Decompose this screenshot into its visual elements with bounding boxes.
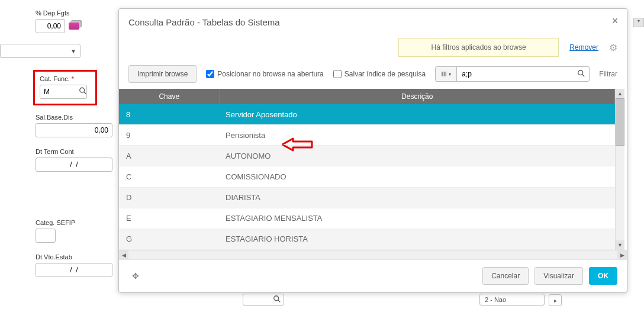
ok-button[interactable]: OK — [589, 267, 617, 285]
svg-point-2 — [578, 70, 583, 75]
col-key[interactable]: Chave — [119, 89, 220, 104]
svg-point-0 — [80, 88, 85, 92]
save-index-checkbox[interactable]: Salvar índice de pesquisa — [333, 70, 426, 78]
vertical-scrollbar[interactable]: ▲ ▼ — [615, 89, 624, 250]
dt-term-label: Dt Term Cont — [36, 148, 118, 155]
chevron-down-icon: ▼ — [70, 48, 76, 54]
view-button[interactable]: Visualizar — [534, 267, 583, 285]
search-icon[interactable] — [574, 69, 589, 79]
blank-dropdown[interactable]: ▼ — [0, 44, 80, 58]
below-lookup[interactable] — [243, 294, 284, 306]
sal-base-label: Sal.Base.Dis — [36, 114, 118, 121]
cancel-button[interactable]: Cancelar — [482, 267, 529, 285]
chevron-right-icon[interactable]: ▸ — [549, 294, 562, 306]
filter-banner: Há filtros aplicados ao browse — [398, 38, 559, 57]
search-mode-dropdown[interactable]: III — [436, 67, 457, 81]
scroll-up-icon[interactable]: ▲ — [616, 89, 624, 98]
search-input[interactable] — [457, 70, 574, 78]
svg-point-5 — [274, 296, 279, 301]
print-browse-button[interactable]: Imprimir browse — [128, 65, 197, 83]
horizontal-scrollbar[interactable] — [128, 250, 617, 259]
chevron-down-icon[interactable]: ▾ — [633, 18, 644, 27]
table-row[interactable]: 9Pensionista — [119, 125, 615, 146]
search-icon — [273, 295, 281, 304]
scroll-down-icon[interactable]: ▼ — [616, 240, 624, 250]
sefip-input[interactable] — [36, 229, 56, 243]
svg-marker-4 — [282, 139, 312, 150]
svg-line-3 — [582, 74, 585, 76]
table-row[interactable]: AAUTONOMO — [119, 146, 615, 166]
stack-icon — [69, 22, 79, 30]
svg-line-1 — [84, 92, 86, 94]
dep-fgts-input[interactable] — [36, 19, 65, 33]
dt-term-input[interactable] — [36, 158, 112, 172]
dt-vto-label: Dt.Vto.Estab — [36, 253, 118, 261]
modal-title: Consulta Padrão - Tabelas do Sistema — [128, 17, 280, 27]
sal-base-input[interactable] — [36, 123, 112, 137]
position-on-open-checkbox[interactable]: Posicionar no browse na abertura — [206, 70, 323, 78]
table-row[interactable]: EESTAGIARIO MENSALISTA — [119, 208, 615, 229]
dep-fgts-label: % Dep.Fgts — [36, 9, 118, 17]
below-select[interactable]: 2 - Nao ▸ — [479, 294, 545, 306]
sefip-label: Categ. SEFIP — [36, 219, 118, 226]
svg-line-6 — [278, 300, 281, 303]
close-icon[interactable]: × — [609, 15, 621, 27]
table-row[interactable]: CCOMISSIONADO — [119, 166, 615, 187]
cat-func-highlight: Cat. Func. * — [33, 70, 97, 105]
scroll-right-icon[interactable]: ▶ — [617, 250, 627, 259]
lookup-modal: Consulta Padrão - Tabelas do Sistema × H… — [118, 8, 627, 292]
scroll-left-icon[interactable]: ◀ — [119, 250, 128, 259]
dt-vto-input[interactable] — [36, 263, 112, 277]
table-row[interactable]: DDIARISTA — [119, 187, 615, 208]
move-icon[interactable]: ✥ — [128, 271, 139, 281]
table-row[interactable]: GESTAGIARIO HORISTA — [119, 229, 615, 249]
col-desc[interactable]: Descrição — [220, 89, 615, 104]
gear-icon[interactable]: ⚙ — [609, 42, 617, 53]
search-icon[interactable] — [79, 87, 87, 97]
cat-func-label: Cat. Func. * — [40, 75, 91, 82]
remove-filter-link[interactable]: Remover — [569, 43, 598, 52]
results-table: Chave Descrição 8Servidor Aposentado 9Pe… — [119, 89, 615, 250]
table-row[interactable]: 8Servidor Aposentado — [119, 104, 615, 125]
search-box: III — [435, 66, 590, 82]
filter-link[interactable]: Filtrar — [599, 70, 617, 78]
callout-arrow — [282, 137, 318, 152]
